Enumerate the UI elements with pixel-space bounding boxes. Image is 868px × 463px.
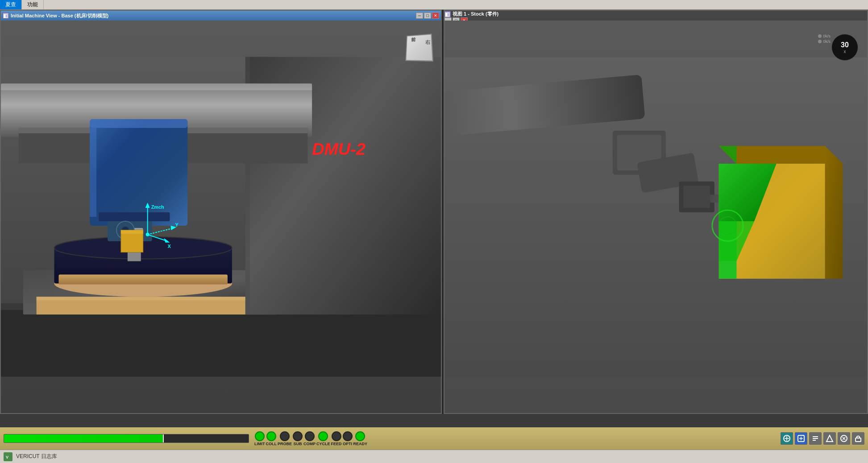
comp-label: COMP <box>303 442 316 446</box>
left-scene-svg: Zmch Y X DMU-2 <box>1 21 441 413</box>
opti-label: OPTI <box>343 442 352 446</box>
speed-arrow-row-1: 0k/s <box>818 34 831 38</box>
coll-label: COLL <box>266 442 277 446</box>
svg-rect-23 <box>99 212 170 221</box>
right-viewport-icon: ◧ <box>444 11 451 17</box>
comp-btn[interactable]: COMP <box>303 431 316 446</box>
comp-led <box>305 431 315 441</box>
sub-btn[interactable]: SUB <box>293 431 303 446</box>
probe-label: PROBE <box>278 442 292 446</box>
menu-item-review[interactable]: 夏查 <box>0 0 22 9</box>
cycle-label: CYCLE <box>316 442 330 446</box>
view-cube-front-label: 前 <box>411 37 415 43</box>
probe-led <box>280 431 290 441</box>
status-buttons-group: LIMIT COLL PROBE SUB COMP CYCLE FEED OP <box>254 431 367 446</box>
svg-text:Y: Y <box>175 222 179 227</box>
bottom-toolbar: LIMIT COLL PROBE SUB COMP CYCLE FEED OP <box>0 427 868 450</box>
vericut-status-icon: V <box>4 452 12 461</box>
speed-unit: x <box>844 49 846 54</box>
svg-marker-48 <box>719 146 843 164</box>
ready-led <box>355 431 365 441</box>
toolbar-icon-2[interactable] <box>795 432 807 445</box>
svg-marker-59 <box>826 435 833 442</box>
svg-text:Zmch: Zmch <box>151 204 164 210</box>
svg-rect-19 <box>90 128 96 217</box>
toolbar-icon-1[interactable] <box>781 432 793 445</box>
view-cube-box: 前 右 <box>405 34 433 62</box>
svg-rect-17 <box>90 119 187 226</box>
toolbar-icon-3[interactable] <box>809 432 822 445</box>
feed-btn[interactable]: FEED <box>331 431 342 446</box>
svg-point-37 <box>146 233 150 236</box>
left-close-btn[interactable]: ✕ <box>432 12 439 19</box>
speed-arrow-row-2: 0k/s <box>818 39 831 44</box>
left-window-controls: ─ □ ✕ <box>416 12 439 19</box>
left-3d-scene[interactable]: Zmch Y X DMU-2 前 右 <box>1 21 441 413</box>
right-viewport-title: 视图 1 - Stock (零件) <box>453 11 498 17</box>
feed-label: FEED <box>331 442 342 446</box>
ready-btn[interactable]: READY <box>353 431 368 446</box>
toolbar-icon-5[interactable] <box>838 432 850 445</box>
left-viewport-title: Initial Machine View - Base (机床/切削模型) <box>11 12 108 19</box>
status-bar-text: VERICUT 日志库 <box>16 453 57 460</box>
status-bar: V VERICUT 日志库 <box>0 450 868 463</box>
limit-led <box>255 431 265 441</box>
svg-rect-18 <box>90 119 187 128</box>
arrow-dot-2 <box>818 40 822 43</box>
svg-rect-1 <box>1 306 441 376</box>
right-3d-scene[interactable]: 0k/s 0k/s 30 x <box>444 21 867 413</box>
top-menu-bar: 夏查 功能 <box>0 0 868 10</box>
svg-rect-45 <box>683 186 710 208</box>
left-maximize-btn[interactable]: □ <box>424 12 431 19</box>
sub-label: SUB <box>294 442 302 446</box>
left-minimize-btn[interactable]: ─ <box>416 12 423 19</box>
arrow-dot-1 <box>818 34 822 38</box>
menu-item-function[interactable]: 功能 <box>22 0 44 9</box>
svg-rect-14 <box>1 83 312 90</box>
svg-rect-5 <box>37 297 277 300</box>
left-viewport: ◧ Initial Machine View - Base (机床/切削模型) … <box>0 10 442 414</box>
svg-text:X: X <box>167 244 171 249</box>
cycle-btn[interactable]: CYCLE <box>316 431 330 446</box>
view-cube[interactable]: 前 右 <box>405 34 436 65</box>
left-viewport-icon: ◧ <box>3 12 9 19</box>
speed-val-1: 0k/s <box>823 34 831 38</box>
coll-btn[interactable]: COLL <box>266 431 277 446</box>
speed-arrows: 0k/s 0k/s <box>818 34 831 44</box>
svg-marker-50 <box>825 146 843 278</box>
progress-bar-container[interactable] <box>4 434 249 443</box>
sub-led <box>293 431 303 441</box>
coll-led <box>266 431 276 441</box>
speed-val-2: 0k/s <box>823 39 831 44</box>
ready-label: READY <box>353 442 368 446</box>
opti-btn[interactable]: OPTI <box>343 431 353 446</box>
svg-text:V: V <box>6 455 8 459</box>
left-window-titlebar: ◧ Initial Machine View - Base (机床/切削模型) … <box>1 11 441 21</box>
limit-label: LIMIT <box>254 442 265 446</box>
toolbar-icon-4[interactable] <box>823 432 836 445</box>
svg-text:DMU-2: DMU-2 <box>312 140 365 158</box>
probe-btn[interactable]: PROBE <box>278 431 292 446</box>
toolbar-icon-6[interactable] <box>852 432 864 445</box>
right-toolbar-icons <box>781 432 864 445</box>
main-viewport-area: ◧ Initial Machine View - Base (机床/切削模型) … <box>0 10 868 414</box>
view-cube-right-label: 右 <box>425 39 431 45</box>
progress-fill <box>4 434 163 442</box>
speed-value: 30 <box>841 41 849 49</box>
limit-btn[interactable]: LIMIT <box>254 431 265 446</box>
right-viewport: ◧ 视图 1 - Stock (零件) ─ □ ✕ <box>444 10 868 414</box>
feed-led <box>332 431 341 441</box>
right-scene-svg <box>444 21 867 413</box>
speed-indicator: 30 x <box>831 34 858 61</box>
progress-marker <box>163 434 164 442</box>
cycle-led <box>318 431 328 441</box>
svg-rect-27 <box>121 230 143 234</box>
svg-rect-61 <box>856 438 861 442</box>
svg-rect-10 <box>58 274 227 284</box>
opti-led <box>343 431 353 441</box>
